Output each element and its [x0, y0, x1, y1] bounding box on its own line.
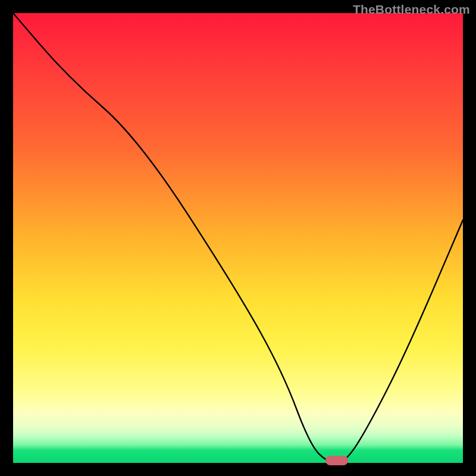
bottleneck-curve [13, 13, 463, 463]
chart-frame: TheBottleneck.com [0, 0, 476, 476]
watermark-text: TheBottleneck.com [353, 2, 470, 17]
chart-curve-layer [13, 13, 463, 463]
optimal-marker [325, 456, 348, 465]
